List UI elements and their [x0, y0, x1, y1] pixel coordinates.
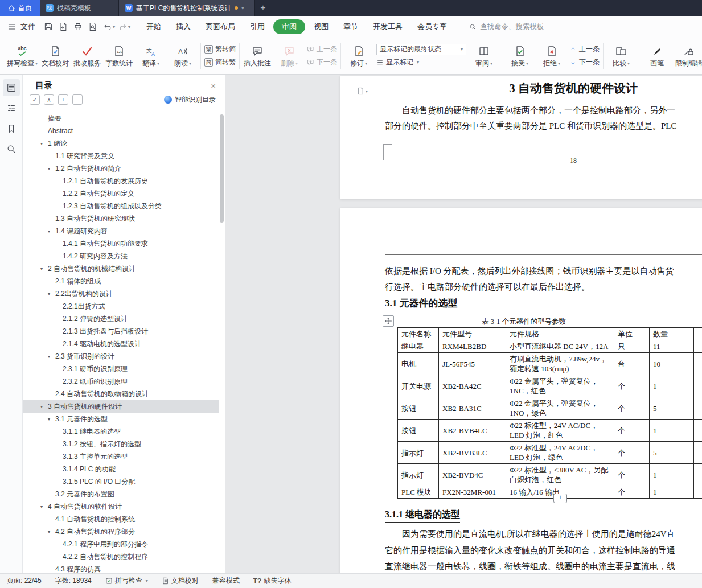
- toc-item[interactable]: 1.3 自动售货机的研究现状: [23, 212, 219, 225]
- spell-check-status[interactable]: 拼写检查▾: [105, 576, 148, 586]
- main-menu-icon[interactable]: [5, 19, 19, 34]
- accept-change-button[interactable]: 接受▾: [506, 40, 534, 71]
- menu-item-6[interactable]: 章节: [336, 19, 366, 34]
- reject-change-button[interactable]: 拒绝▾: [537, 40, 566, 71]
- menu-item-4[interactable]: 审阅: [273, 19, 305, 34]
- bookmark-pane-icon[interactable]: [3, 120, 20, 137]
- collapse-arrow-icon[interactable]: ▾: [40, 404, 48, 409]
- compare-button[interactable]: 比较▾: [607, 40, 635, 71]
- tab-menu-caret-icon[interactable]: ▾: [241, 6, 244, 11]
- export-pdf-icon[interactable]: [56, 19, 71, 34]
- toc-item[interactable]: ▾1 绪论: [23, 137, 219, 150]
- home-tab[interactable]: 首页: [0, 0, 40, 16]
- toc-item[interactable]: 2.2.1出货方式: [23, 300, 219, 312]
- toc-pane-icon[interactable]: [3, 79, 20, 96]
- toc-item[interactable]: 1.4.1 自动售货机的功能要求: [23, 237, 219, 250]
- undo-caret-icon[interactable]: ▾: [113, 24, 115, 30]
- collapse-arrow-icon[interactable]: ▾: [48, 529, 55, 534]
- toc-item[interactable]: 2.1 箱体的组成: [23, 275, 219, 287]
- new-tab-button[interactable]: +: [255, 0, 271, 16]
- missing-font-indicator[interactable]: T? 缺失字体: [253, 576, 292, 586]
- word-count-button[interactable]: 123 字数统计: [105, 40, 133, 71]
- delete-comment-button[interactable]: 删除▾: [275, 40, 303, 71]
- markup-state-dropdown[interactable]: 显示标记的最终状态 ▾: [376, 44, 466, 55]
- toc-item[interactable]: 3.1.5 PLC 的 I/O 口分配: [23, 475, 219, 488]
- correction-service-button[interactable]: 批改服务: [73, 40, 101, 71]
- toc-item[interactable]: 2.1.2 弹簧的选型设计: [23, 312, 219, 325]
- collapse-arrow-icon[interactable]: ▾: [48, 229, 55, 234]
- toc-item[interactable]: 摘要: [23, 112, 219, 125]
- toc-close-icon[interactable]: ×: [211, 81, 216, 91]
- toc-select-all-icon[interactable]: ✓: [30, 94, 40, 105]
- print-preview-icon[interactable]: [85, 19, 100, 34]
- menu-item-7[interactable]: 开发工具: [366, 19, 410, 34]
- menu-item-1[interactable]: 插入: [169, 19, 198, 34]
- search-pane-icon[interactable]: [3, 141, 20, 158]
- toc-collapse-level-icon[interactable]: −: [72, 94, 83, 105]
- page-indicator[interactable]: 页面: 22/45: [7, 576, 42, 586]
- toc-item[interactable]: 1.2.3 自动售货机的组成以及分类: [23, 200, 219, 212]
- toc-item[interactable]: 3.2 元器件的布置图: [23, 488, 219, 500]
- toc-item[interactable]: 4.3 程序的仿真: [23, 563, 219, 573]
- word-count-indicator[interactable]: 字数: 18934: [55, 576, 92, 586]
- toc-item[interactable]: 3.1.2 按钮、指示灯的选型: [23, 438, 219, 450]
- toc-item[interactable]: 4.1 自动售货机的控制系统: [23, 513, 219, 525]
- toc-scrollbar[interactable]: [220, 114, 224, 223]
- command-search[interactable]: 查找命令、搜索模板: [469, 22, 544, 32]
- spell-check-button[interactable]: abc 拼写检查▾: [7, 40, 38, 71]
- outline-pane-icon[interactable]: [3, 100, 20, 117]
- tab-docer-template[interactable]: 找 找稿壳模板: [40, 0, 119, 16]
- toc-item[interactable]: 2.4 自动售货机的取物箱的设计: [23, 388, 219, 400]
- next-change-button[interactable]: 下一条: [569, 57, 600, 68]
- redo-icon[interactable]: [116, 19, 130, 34]
- toc-item[interactable]: ▾1.4 课题研究内容: [23, 225, 219, 237]
- doc-proofread-button[interactable]: 文档校对: [41, 40, 69, 71]
- table-add-row-button[interactable]: +: [553, 494, 567, 503]
- toc-item[interactable]: 3.1.1 继电器的选型: [23, 425, 219, 438]
- translate-button[interactable]: 文A 翻译▾: [137, 40, 165, 71]
- simp-to-trad-button[interactable]: 简简转繁: [204, 57, 236, 68]
- collapse-arrow-icon[interactable]: ▾: [40, 141, 48, 146]
- document-canvas[interactable]: ▾ 3 自动售货机的硬件设计 自动售货机的硬件部分主要包括两个部分，一个是控制电…: [225, 75, 702, 573]
- save-icon[interactable]: [41, 19, 56, 34]
- toc-item[interactable]: 2.3.2 纸币的识别原理: [23, 375, 219, 388]
- menu-item-0[interactable]: 开始: [139, 19, 169, 34]
- insert-comment-button[interactable]: 插入批注: [243, 40, 272, 71]
- toc-item[interactable]: 2.3.1 硬币的识别原理: [23, 363, 219, 375]
- toc-item[interactable]: ▾2.3 货币识别的设计: [23, 350, 219, 363]
- toc-item[interactable]: 4.2.1 程序中用到的部分指令: [23, 538, 219, 550]
- toc-item[interactable]: ▾1.2 自动售货机的简介: [23, 162, 219, 175]
- file-menu[interactable]: 文件: [19, 22, 41, 32]
- collapse-arrow-icon[interactable]: ▾: [48, 166, 55, 171]
- toc-item[interactable]: ▾2 自动售货机的机械结构设计: [23, 262, 219, 275]
- toc-item[interactable]: 4.2.2 自动售货机的控制程序: [23, 550, 219, 563]
- prev-comment-button[interactable]: 上一条: [307, 44, 337, 55]
- read-aloud-button[interactable]: A 朗读▾: [169, 40, 197, 71]
- toc-item[interactable]: ▾4.2 自动售货机的程序部分: [23, 525, 219, 538]
- collapse-arrow-icon[interactable]: ▾: [48, 291, 55, 297]
- toc-item[interactable]: 1.1 研究背景及意义: [23, 150, 219, 162]
- menu-item-3[interactable]: 引用: [243, 19, 272, 34]
- toc-item[interactable]: 2.1.4 驱动电机的选型设计: [23, 338, 219, 350]
- toc-item[interactable]: 1.2.2 自动售货机的定义: [23, 187, 219, 200]
- toc-item[interactable]: 2.1.3 出货托盘与后挡板设计: [23, 325, 219, 338]
- collapse-arrow-icon[interactable]: ▾: [40, 504, 48, 509]
- toc-item[interactable]: ▾3.1 元器件的选型: [23, 413, 219, 425]
- toc-item[interactable]: 3.1.4 PLC 的功能: [23, 463, 219, 475]
- track-changes-button[interactable]: 修订▾: [344, 40, 373, 71]
- restrict-edit-button[interactable]: 限制编辑: [675, 40, 702, 71]
- table-move-handle-icon[interactable]: [383, 315, 394, 327]
- toc-item[interactable]: 1.2.1 自动售货机的发展历史: [23, 175, 219, 187]
- toc-item[interactable]: ▾2.2出货机构的设计: [23, 287, 219, 300]
- collapse-arrow-icon[interactable]: ▾: [40, 266, 48, 272]
- toc-item[interactable]: 1.4.2 研究内容及方法: [23, 250, 219, 262]
- menu-item-8[interactable]: 会员专享: [410, 19, 454, 34]
- toc-item[interactable]: Abstract: [23, 125, 219, 137]
- component-spec-table[interactable]: 元件名称元件型号元件规格单位数量继电器RXM4LB2BD小型直流继电器 DC 2…: [397, 327, 702, 499]
- collapse-arrow-icon[interactable]: ▾: [48, 417, 55, 422]
- print-icon[interactable]: [71, 19, 85, 34]
- ink-button[interactable]: 画笔: [643, 40, 671, 71]
- proofread-status[interactable]: 文档校对: [162, 576, 199, 586]
- collapse-arrow-icon[interactable]: ▾: [48, 354, 55, 359]
- toc-expand-level-icon[interactable]: +: [58, 94, 68, 105]
